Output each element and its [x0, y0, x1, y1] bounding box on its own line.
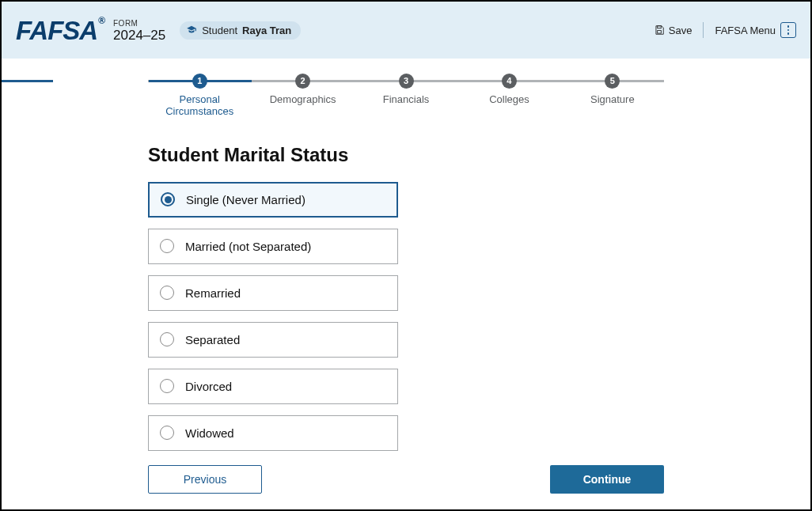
step-label: Financials [355, 93, 457, 105]
save-icon [654, 25, 665, 36]
step-number: 5 [605, 74, 620, 89]
step-number: 1 [192, 74, 207, 89]
option-widowed[interactable]: Widowed [148, 415, 398, 451]
step-financials[interactable]: 3 Financials [355, 73, 457, 105]
step-signature[interactable]: 5 Signature [561, 73, 664, 105]
radio-icon [160, 426, 174, 440]
option-remarried[interactable]: Remarried [148, 275, 398, 311]
previous-button[interactable]: Previous [148, 465, 262, 494]
marital-status-options: Single (Never Married) Married (not Sepa… [148, 182, 398, 451]
step-label: Signature [561, 93, 664, 105]
fafsa-menu-button[interactable]: FAFSA Menu [715, 22, 796, 38]
menu-label: FAFSA Menu [715, 25, 776, 36]
app-header: FAFSA® FORM 2024–25 Student Raya Tran Sa… [2, 2, 810, 59]
form-label: FORM [113, 19, 165, 28]
form-year-block: FORM 2024–25 [113, 19, 165, 44]
step-number: 2 [295, 74, 310, 89]
step-demographics[interactable]: 2 Demographics [251, 73, 354, 105]
option-label: Married (not Separated) [185, 240, 311, 253]
continue-label: Continue [583, 473, 632, 486]
logo-registered: ® [98, 15, 104, 26]
option-label: Widowed [185, 426, 234, 440]
option-label: Divorced [185, 380, 232, 393]
step-colleges[interactable]: 4 Colleges [457, 73, 560, 105]
fafsa-logo: FAFSA® [16, 17, 104, 44]
option-divorced[interactable]: Divorced [148, 369, 398, 404]
svg-rect-1 [657, 31, 661, 34]
logo-wrap: FAFSA® FORM 2024–25 [16, 17, 165, 44]
step-number: 4 [502, 74, 517, 89]
student-prefix: Student [202, 25, 237, 36]
radio-icon [160, 286, 174, 300]
header-divider [703, 22, 704, 38]
stepper-line-active [2, 80, 53, 82]
kebab-icon [780, 22, 796, 38]
step-label: Personal Circumstances [148, 93, 251, 117]
progress-stepper: 1 Personal Circumstances 2 Demographics … [2, 73, 810, 117]
continue-button[interactable]: Continue [550, 465, 664, 494]
year-label: 2024–25 [113, 28, 165, 44]
option-single[interactable]: Single (Never Married) [148, 182, 398, 218]
svg-rect-0 [657, 26, 661, 28]
header-right: Save FAFSA Menu [654, 22, 796, 38]
logo-text: FAFSA [16, 16, 97, 45]
save-label: Save [669, 25, 692, 36]
student-name: Raya Tran [242, 25, 291, 36]
option-label: Separated [185, 333, 240, 346]
step-number: 3 [399, 74, 414, 89]
step-label: Demographics [251, 93, 354, 105]
student-icon [186, 25, 197, 36]
option-label: Single (Never Married) [186, 193, 305, 206]
previous-label: Previous [184, 473, 226, 486]
footer-nav: Previous Continue [148, 465, 664, 494]
save-button[interactable]: Save [654, 25, 692, 36]
option-label: Remarried [185, 286, 241, 300]
radio-icon [161, 192, 175, 206]
radio-icon [160, 379, 174, 393]
step-label: Colleges [457, 93, 560, 105]
radio-icon [160, 239, 174, 253]
option-married[interactable]: Married (not Separated) [148, 229, 398, 264]
page-title: Student Marital Status [148, 144, 810, 166]
option-separated[interactable]: Separated [148, 322, 398, 358]
student-chip[interactable]: Student Raya Tran [180, 21, 301, 40]
radio-icon [160, 332, 174, 346]
